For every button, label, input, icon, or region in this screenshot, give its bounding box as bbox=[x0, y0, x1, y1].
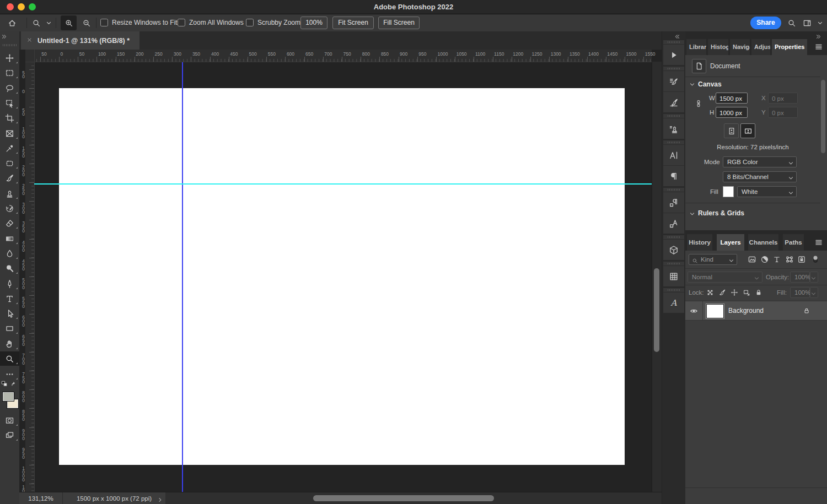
tab-navigator[interactable]: Navigator bbox=[730, 39, 750, 55]
healing-brush-tool[interactable] bbox=[0, 156, 19, 170]
width-field[interactable]: 1500 px bbox=[716, 93, 748, 104]
swap-colors-icon[interactable] bbox=[10, 380, 18, 390]
panel-group-grip[interactable] bbox=[663, 288, 684, 292]
home-icon[interactable] bbox=[8, 19, 17, 28]
panel-group-grip[interactable] bbox=[663, 114, 684, 118]
portrait-orientation-button[interactable] bbox=[724, 123, 739, 138]
search-icon[interactable] bbox=[787, 19, 796, 28]
clone-source-panel[interactable] bbox=[663, 118, 684, 139]
tab-history[interactable]: History bbox=[687, 234, 712, 251]
expand-tools-icon[interactable] bbox=[1, 32, 7, 42]
layer-visibility-toggle[interactable] bbox=[685, 301, 703, 320]
move-tool[interactable] bbox=[0, 51, 19, 65]
zoom-in-button[interactable] bbox=[61, 15, 77, 30]
dodge-tool[interactable] bbox=[0, 261, 19, 275]
blur-tool[interactable] bbox=[0, 246, 19, 261]
type-tool[interactable] bbox=[0, 291, 19, 306]
tool-preset-chevron-icon[interactable] bbox=[46, 20, 52, 26]
layer-fill-chevron[interactable] bbox=[810, 287, 818, 298]
workspace-switcher-icon[interactable] bbox=[803, 19, 812, 28]
lock-all-icon[interactable] bbox=[755, 289, 762, 296]
screen-mode-button[interactable] bbox=[0, 428, 19, 442]
frame-tool[interactable] bbox=[0, 126, 19, 140]
layer-fill-field[interactable]: 100% bbox=[790, 287, 810, 298]
horizontal-guide[interactable] bbox=[34, 183, 652, 185]
quick-mask-mode-button[interactable] bbox=[0, 413, 19, 427]
filter-adjustment-layers-icon[interactable] bbox=[760, 255, 769, 264]
layer-row[interactable]: Background bbox=[685, 301, 827, 321]
panel-group-grip[interactable] bbox=[663, 235, 684, 239]
lock-transparency-icon[interactable] bbox=[706, 289, 714, 296]
patterns-panel[interactable] bbox=[663, 265, 684, 286]
layers-panel-menu-icon[interactable] bbox=[814, 238, 823, 249]
3d-panel[interactable] bbox=[663, 239, 684, 260]
filter-type-layers-icon[interactable] bbox=[772, 255, 781, 264]
horizontal-scrollbar-thumb[interactable] bbox=[313, 495, 494, 501]
panel-group-grip[interactable] bbox=[663, 262, 684, 265]
tools-drag-grip[interactable] bbox=[3, 44, 17, 46]
zoom-percent-field[interactable]: 100% bbox=[300, 17, 327, 29]
zoom-out-button[interactable] bbox=[78, 15, 94, 30]
rectangle-tool[interactable] bbox=[0, 321, 19, 335]
glyphs-panel[interactable]: A bbox=[663, 292, 684, 313]
document-tab[interactable]: Untitled-1 @ 131% (RGB/8) * bbox=[21, 31, 139, 50]
blend-mode-select[interactable]: Normal bbox=[688, 272, 762, 283]
option-checkbox-1[interactable]: Resize Windows to Fit bbox=[100, 19, 178, 26]
tab-libraries[interactable]: Libraries bbox=[686, 39, 706, 55]
workspace-chevron-icon[interactable] bbox=[817, 20, 823, 26]
eraser-tool[interactable] bbox=[0, 216, 19, 230]
fit-screen-button[interactable]: Fit Screen bbox=[332, 17, 374, 29]
actions-panel[interactable] bbox=[663, 44, 684, 65]
mode-select[interactable]: RGB Color bbox=[723, 156, 797, 167]
panel-group-grip[interactable] bbox=[663, 67, 684, 71]
paragraph-panel[interactable] bbox=[663, 165, 684, 186]
rectangular-marquee-tool[interactable] bbox=[0, 66, 19, 80]
tab-channels[interactable]: Channels bbox=[748, 234, 778, 251]
zoom-tool[interactable] bbox=[0, 351, 19, 366]
hand-tool[interactable] bbox=[0, 337, 19, 351]
tab-adjustments[interactable]: Adjustments bbox=[751, 39, 770, 55]
crop-tool[interactable] bbox=[0, 111, 19, 125]
gradient-tool[interactable] bbox=[0, 231, 19, 246]
lock-artboard-icon[interactable] bbox=[743, 289, 750, 296]
layer-filter-select[interactable]: Kind bbox=[689, 254, 737, 265]
option-checkbox-3[interactable]: Scrubby Zoom bbox=[246, 19, 300, 26]
zoom-level-field[interactable]: 131,12% bbox=[19, 492, 63, 504]
landscape-orientation-button[interactable] bbox=[740, 123, 755, 138]
vertical-guide[interactable] bbox=[182, 62, 183, 492]
fill-screen-button[interactable]: Fill Screen bbox=[378, 17, 420, 29]
link-dimensions-icon[interactable] bbox=[694, 99, 703, 109]
x-field[interactable]: 0 px bbox=[768, 93, 798, 104]
opacity-chevron[interactable] bbox=[810, 272, 818, 283]
vertical-scrollbar[interactable] bbox=[652, 62, 662, 492]
share-button[interactable]: Share bbox=[750, 17, 781, 29]
tab-properties[interactable]: Properties bbox=[772, 39, 807, 55]
canvas[interactable] bbox=[59, 88, 625, 465]
brush-settings-panel[interactable] bbox=[663, 71, 684, 91]
close-document-icon[interactable] bbox=[26, 37, 33, 45]
tab-paths[interactable]: Paths bbox=[783, 234, 804, 251]
layer-thumbnail[interactable] bbox=[706, 304, 724, 318]
option-checkbox-2[interactable]: Zoom All Windows bbox=[178, 19, 244, 26]
eyedropper-tool[interactable] bbox=[0, 141, 19, 155]
filter-smart-objects-icon[interactable] bbox=[797, 255, 806, 264]
canvas-section-chevron-icon[interactable] bbox=[689, 82, 695, 89]
checkbox-icon[interactable] bbox=[100, 19, 108, 26]
paragraph-styles-panel[interactable] bbox=[663, 192, 684, 213]
rulers-grids-chevron-icon[interactable] bbox=[689, 211, 695, 218]
status-options-chevron-icon[interactable] bbox=[157, 495, 163, 504]
y-field[interactable]: 0 px bbox=[768, 107, 798, 118]
tab-histogram[interactable]: Histogram bbox=[708, 39, 728, 55]
foreground-color-swatch[interactable] bbox=[2, 392, 14, 402]
brush-tool[interactable] bbox=[0, 171, 19, 185]
properties-panel-menu-icon[interactable] bbox=[814, 42, 823, 53]
bit-depth-select[interactable]: 8 Bits/Channel bbox=[723, 171, 797, 182]
filter-pixel-layers-icon[interactable] bbox=[748, 255, 756, 264]
clone-stamp-tool[interactable] bbox=[0, 186, 19, 200]
fill-color-swatch[interactable] bbox=[723, 186, 734, 197]
object-selection-tool[interactable] bbox=[0, 96, 19, 110]
checkbox-icon[interactable] bbox=[246, 19, 254, 26]
lasso-tool[interactable] bbox=[0, 81, 19, 95]
tab-layers[interactable]: Layers bbox=[717, 234, 744, 251]
fill-select[interactable]: White bbox=[737, 186, 797, 197]
